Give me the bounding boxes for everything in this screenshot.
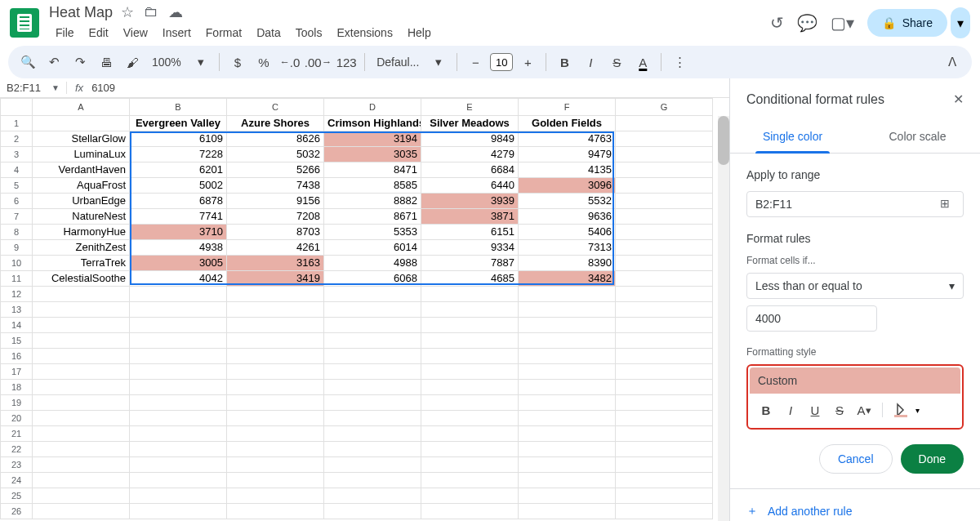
cell[interactable]: LuminaLux xyxy=(33,147,130,163)
cell[interactable] xyxy=(130,504,227,519)
cell[interactable] xyxy=(33,116,130,131)
cell[interactable] xyxy=(616,271,713,287)
cell[interactable]: 3710 xyxy=(130,225,227,240)
cell[interactable]: 5032 xyxy=(227,147,324,163)
chevron-down-icon[interactable]: ▾ xyxy=(427,51,450,73)
column-header[interactable]: A xyxy=(33,98,130,116)
cell[interactable] xyxy=(421,349,519,364)
increase-decimal-button[interactable]: .00→ xyxy=(305,51,332,73)
cell[interactable]: 6440 xyxy=(421,178,519,194)
cell[interactable]: 6109 xyxy=(130,131,227,147)
cell[interactable] xyxy=(324,411,421,426)
strikethrough-button[interactable]: S xyxy=(830,400,849,420)
cell[interactable] xyxy=(33,333,130,349)
row-header[interactable]: 23 xyxy=(0,457,33,473)
cell[interactable] xyxy=(227,302,324,318)
cell[interactable] xyxy=(519,473,616,488)
cell[interactable] xyxy=(519,349,616,364)
cell[interactable]: Evergreen Valley xyxy=(130,116,227,131)
row-header[interactable]: 1 xyxy=(0,116,33,131)
cell[interactable] xyxy=(616,395,713,411)
cell[interactable] xyxy=(421,287,519,302)
cell[interactable] xyxy=(227,457,324,473)
cell[interactable] xyxy=(324,426,421,442)
cell[interactable] xyxy=(130,442,227,457)
more-formatting-button[interactable]: ⋮ xyxy=(668,51,691,73)
cell[interactable] xyxy=(421,426,519,442)
column-header[interactable]: F xyxy=(519,98,616,116)
row-header[interactable]: 7 xyxy=(0,209,33,225)
sheets-logo[interactable] xyxy=(10,8,39,38)
chevron-down-icon[interactable]: ▾ xyxy=(189,51,212,73)
chevron-down-icon[interactable]: ▼ xyxy=(51,83,60,92)
cell[interactable]: 4685 xyxy=(421,271,519,287)
cell[interactable] xyxy=(33,349,130,364)
tab-single-color[interactable]: Single color xyxy=(730,120,855,153)
redo-button[interactable]: ↷ xyxy=(69,51,91,73)
cell[interactable]: 9849 xyxy=(421,131,519,147)
add-rule-button[interactable]: ＋ Add another rule xyxy=(746,504,964,519)
menu-insert[interactable]: Insert xyxy=(156,23,198,42)
cell[interactable] xyxy=(33,364,130,380)
cell[interactable]: 6684 xyxy=(421,163,519,178)
cell[interactable] xyxy=(616,225,713,240)
cell[interactable] xyxy=(421,488,519,504)
text-color-button[interactable]: A xyxy=(631,51,654,73)
cell[interactable] xyxy=(519,426,616,442)
cell[interactable] xyxy=(227,426,324,442)
cell[interactable]: 8626 xyxy=(227,131,324,147)
cell[interactable]: CelestialSoothe xyxy=(33,271,130,287)
cell[interactable] xyxy=(324,488,421,504)
done-button[interactable]: Done xyxy=(901,444,964,474)
cell[interactable]: 3482 xyxy=(519,271,616,287)
column-header[interactable]: D xyxy=(324,98,421,116)
cell[interactable] xyxy=(130,411,227,426)
menu-help[interactable]: Help xyxy=(401,23,438,42)
cell[interactable]: 5002 xyxy=(130,178,227,194)
paint-format-button[interactable]: 🖌 xyxy=(121,51,144,73)
cell[interactable] xyxy=(324,349,421,364)
row-header[interactable]: 24 xyxy=(0,473,33,488)
font-size-input[interactable] xyxy=(490,53,513,71)
cell[interactable] xyxy=(227,318,324,333)
row-header[interactable]: 20 xyxy=(0,411,33,426)
cell[interactable] xyxy=(324,302,421,318)
cell[interactable]: Crimson Highlands xyxy=(324,116,421,131)
cell[interactable] xyxy=(421,442,519,457)
cell[interactable] xyxy=(616,287,713,302)
cell[interactable] xyxy=(227,349,324,364)
cloud-icon[interactable]: ☁ xyxy=(168,3,183,21)
cell[interactable]: 7208 xyxy=(227,209,324,225)
cell[interactable]: StellarGlow xyxy=(33,131,130,147)
cell[interactable] xyxy=(519,302,616,318)
cell[interactable] xyxy=(616,302,713,318)
cell[interactable] xyxy=(227,488,324,504)
cell[interactable]: 9156 xyxy=(227,194,324,209)
row-header[interactable]: 12 xyxy=(0,287,33,302)
cell[interactable]: 3096 xyxy=(519,178,616,194)
cell[interactable]: 8703 xyxy=(227,225,324,240)
cell[interactable]: 3871 xyxy=(421,209,519,225)
quick-share-dropdown[interactable]: ▾ xyxy=(951,7,970,38)
cell[interactable]: 4042 xyxy=(130,271,227,287)
history-icon[interactable]: ↺ xyxy=(770,13,784,33)
cell[interactable] xyxy=(324,287,421,302)
menu-file[interactable]: File xyxy=(49,23,81,42)
print-button[interactable]: 🖶 xyxy=(95,51,118,73)
decrease-font-button[interactable]: − xyxy=(464,51,487,73)
cell[interactable] xyxy=(227,333,324,349)
cell[interactable] xyxy=(519,395,616,411)
cell[interactable]: 4279 xyxy=(421,147,519,163)
row-header[interactable]: 22 xyxy=(0,442,33,457)
formula-bar[interactable]: 6109 xyxy=(91,82,115,94)
percent-button[interactable]: % xyxy=(252,51,275,73)
row-header[interactable]: 18 xyxy=(0,380,33,395)
zoom-select[interactable]: 100% xyxy=(147,56,186,69)
select-all-corner[interactable] xyxy=(0,98,33,116)
cell[interactable] xyxy=(33,395,130,411)
cell[interactable] xyxy=(33,380,130,395)
comments-icon[interactable]: 💬 xyxy=(797,13,817,33)
cell[interactable] xyxy=(324,504,421,519)
bold-button[interactable]: B xyxy=(553,51,576,73)
cell[interactable]: 3194 xyxy=(324,131,421,147)
